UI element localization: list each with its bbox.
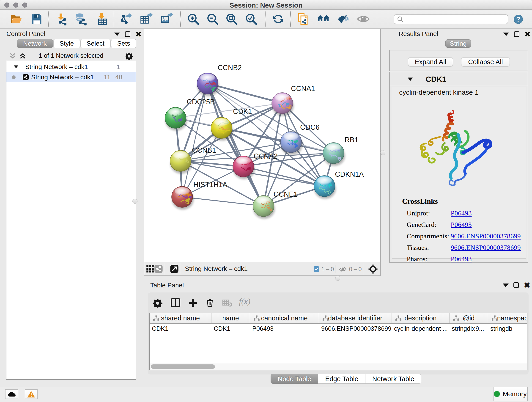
column-header-canonical-name[interactable]: canonical name xyxy=(250,313,319,323)
gene-disclosure-icon[interactable] xyxy=(408,78,413,81)
function-builder-icon[interactable]: f(x) xyxy=(239,297,250,306)
column-model-icon xyxy=(395,315,402,321)
show-all-icon[interactable] xyxy=(356,12,370,26)
node-CDC25B[interactable] xyxy=(165,107,187,130)
control-tab-select[interactable]: Select xyxy=(80,39,111,48)
results-tab-string[interactable]: String xyxy=(445,39,471,48)
crosslink-value-link[interactable]: 9606.ENSP00000378699 xyxy=(451,244,521,251)
memory-button[interactable]: Memory xyxy=(493,387,528,401)
node-HIST1H1A[interactable] xyxy=(172,186,193,210)
crosslink-value-link[interactable]: 9606.ENSP00000378699 xyxy=(451,232,521,240)
table-cell[interactable]: 9606.ENSP00000378699 xyxy=(319,324,392,334)
control-tab-style[interactable]: Style xyxy=(53,39,80,48)
apply-layout-icon[interactable] xyxy=(271,12,285,26)
gene-section-header[interactable]: CDK1 xyxy=(390,72,528,86)
table-cell[interactable]: cyclin-dependent ... xyxy=(392,324,450,334)
collection-disclosure-icon[interactable] xyxy=(14,65,18,68)
network-options-gear-icon[interactable] xyxy=(126,52,133,60)
delete-columns-trash-icon[interactable] xyxy=(204,297,215,308)
save-session-icon[interactable] xyxy=(30,12,44,26)
delete-table-icon[interactable] xyxy=(222,297,233,308)
node-RB1[interactable] xyxy=(323,143,345,166)
maximize-panel-icon[interactable] xyxy=(514,32,519,37)
column-header-namespace[interactable]: namespace xyxy=(488,313,527,323)
float-panel-icon[interactable] xyxy=(503,283,509,287)
network-collection-row[interactable]: String Network – cdk1 1 xyxy=(6,62,136,72)
crosslink-value-link[interactable]: P06493 xyxy=(451,209,472,217)
right-splitter-handle[interactable] xyxy=(380,150,385,155)
network-row-selected[interactable]: String Network – cdk1 11 48 xyxy=(6,72,136,82)
selected-checkbox-icon[interactable] xyxy=(313,266,319,272)
edge-CCNB2-RB1[interactable] xyxy=(208,83,334,153)
node-label-CCNA1: CCNA1 xyxy=(291,85,315,93)
table-cell[interactable]: stringdb:9... xyxy=(450,324,488,334)
table-cell[interactable]: CDK1 xyxy=(150,324,211,334)
maximize-panel-icon[interactable] xyxy=(125,32,130,37)
close-panel-icon[interactable]: ✖ xyxy=(135,32,142,37)
column-header-name[interactable]: name xyxy=(211,313,250,323)
close-panel-icon[interactable]: ✖ xyxy=(524,282,530,288)
fit-selected-crosshair-icon[interactable] xyxy=(368,264,378,274)
table-card: f(x) shared namenamecanonical namedataba… xyxy=(148,293,529,375)
table-cell[interactable]: P06493 xyxy=(250,324,319,334)
maximize-panel-icon[interactable] xyxy=(513,282,519,288)
add-column-icon[interactable] xyxy=(187,297,199,308)
crosslink-label: Pharos: xyxy=(407,255,451,263)
zoom-out-icon[interactable] xyxy=(206,12,220,26)
table-horizontal-scrollbar[interactable] xyxy=(150,363,527,370)
column-header-description[interactable]: description xyxy=(392,313,450,323)
node-CCNB1[interactable] xyxy=(170,150,192,173)
node-CDC6[interactable] xyxy=(280,132,302,155)
left-splitter-handle[interactable] xyxy=(133,199,138,204)
search-input[interactable] xyxy=(404,15,508,23)
node-CDKN1A[interactable] xyxy=(314,176,336,199)
network-node-count: 11 xyxy=(104,74,110,81)
export-network-icon[interactable] xyxy=(120,12,134,26)
table-settings-gear-icon[interactable] xyxy=(152,297,164,308)
expand-all-button[interactable]: Expand All xyxy=(408,57,453,66)
split-table-icon[interactable] xyxy=(170,297,181,308)
edge-HIST1H1A-CCNE1[interactable] xyxy=(182,197,264,206)
copy-style-icon[interactable] xyxy=(297,12,311,26)
import-table-file-icon[interactable] xyxy=(95,12,109,26)
tab-network-table[interactable]: Network Table xyxy=(365,374,421,384)
column-header-database-identifier[interactable]: database identifier xyxy=(319,313,392,323)
help-button[interactable]: ? xyxy=(514,15,523,24)
import-network-file-icon[interactable] xyxy=(54,12,69,26)
tab-node-table[interactable]: Node Table xyxy=(271,374,318,384)
scrollbar-thumb[interactable] xyxy=(151,364,215,369)
zoom-selected-icon[interactable] xyxy=(244,12,258,26)
control-tab-network[interactable]: Network xyxy=(17,39,53,48)
column-header-shared-name[interactable]: shared name xyxy=(150,313,211,323)
table-cell[interactable]: stringdb xyxy=(488,324,527,334)
table-cell[interactable]: CDK1 xyxy=(211,324,250,334)
first-neighbors-icon[interactable] xyxy=(316,12,330,26)
import-network-database-icon[interactable] xyxy=(74,12,88,26)
node-CDK1[interactable] xyxy=(211,117,233,140)
zoom-fit-icon[interactable] xyxy=(225,12,239,26)
float-panel-icon[interactable] xyxy=(503,32,509,36)
export-table-icon[interactable] xyxy=(139,12,153,26)
network-share-icon[interactable] xyxy=(153,264,164,274)
table-row[interactable]: CDK1CDK1P064939606.ENSP00000378699cyclin… xyxy=(150,324,527,334)
zoom-in-icon[interactable] xyxy=(186,12,200,26)
warnings-button[interactable] xyxy=(25,389,38,399)
node-CCNB2[interactable] xyxy=(197,73,219,96)
hide-selected-icon[interactable] xyxy=(336,12,351,26)
float-panel-icon[interactable] xyxy=(114,32,120,36)
collapse-all-button[interactable]: Collapse All xyxy=(461,57,510,66)
open-session-icon[interactable] xyxy=(9,12,23,26)
export-image-icon[interactable] xyxy=(160,12,174,26)
network-canvas[interactable]: CCNB2CCNA1CDC25BCDK1CDC6RB1CCNB1CCNA2CDK… xyxy=(144,29,380,262)
crosslink-value-link[interactable]: P06493 xyxy=(451,221,472,229)
crosslink-value-link[interactable]: P06493 xyxy=(451,255,472,263)
node-CCNE1[interactable] xyxy=(253,196,275,219)
column-header--id[interactable]: @id xyxy=(450,313,488,323)
node-CCNA2[interactable] xyxy=(233,156,254,179)
control-tab-sets[interactable]: Sets xyxy=(111,39,136,48)
close-panel-icon[interactable]: ✖ xyxy=(524,32,531,37)
node-CCNA1[interactable] xyxy=(272,93,293,116)
detach-view-icon[interactable] xyxy=(169,264,179,274)
cloud-button[interactable] xyxy=(5,389,18,399)
tab-edge-table[interactable]: Edge Table xyxy=(318,374,365,384)
